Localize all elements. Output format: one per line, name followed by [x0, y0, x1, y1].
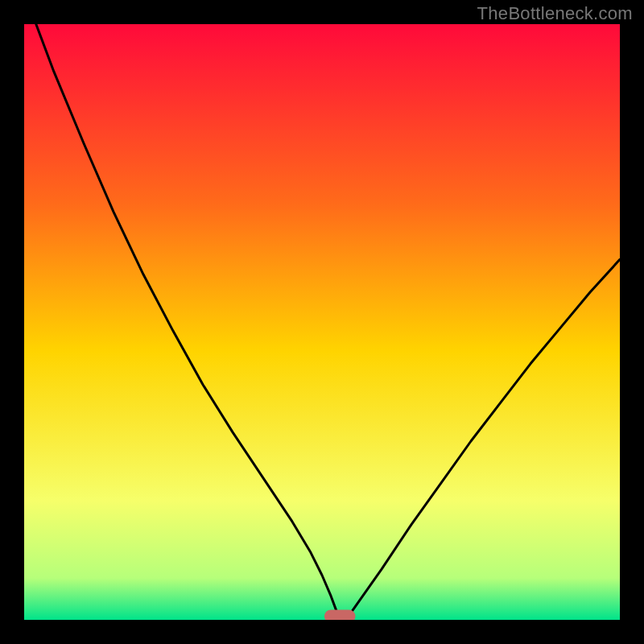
gradient-background	[24, 24, 620, 620]
watermark-text: TheBottleneck.com	[477, 3, 633, 24]
chart-frame: TheBottleneck.com	[0, 0, 644, 644]
plot-area	[24, 24, 620, 620]
optimal-point-marker	[324, 609, 355, 620]
bottleneck-chart	[24, 24, 620, 620]
